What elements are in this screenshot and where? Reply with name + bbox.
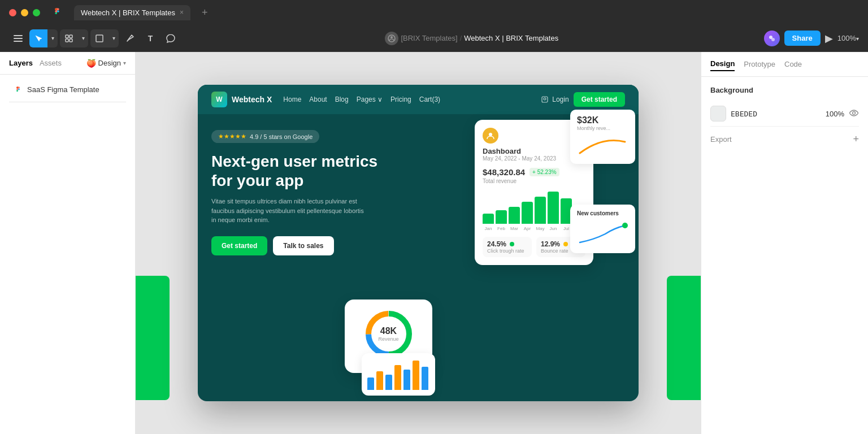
svg-rect-2: [14, 41, 23, 42]
new-tab-button[interactable]: +: [202, 7, 208, 19]
svg-point-11: [771, 38, 775, 41]
hero-subtitle: Vitae sit tempus ultrices diam nibh lect…: [211, 197, 370, 225]
bottom-bar-chart: [367, 359, 429, 390]
green-decoration-left: [136, 276, 170, 400]
right-panel-tabs: Design Prototype Code: [701, 52, 868, 77]
menu-button[interactable]: [9, 29, 27, 47]
right-panel-content: Background EBEDED 100% Export +: [701, 77, 868, 434]
select-tool-group[interactable]: ▾: [29, 29, 58, 47]
nav-cta-button[interactable]: Get started: [574, 92, 625, 107]
canvas[interactable]: W Webtech X Home About Blog Pages ∨ Pric…: [136, 52, 701, 434]
text-tool[interactable]: T: [141, 29, 159, 47]
new-customers-card: New customers: [570, 205, 635, 253]
new-customers-title: New customers: [577, 210, 628, 216]
hero-talk-button[interactable]: Talk to sales: [273, 236, 333, 255]
tab-close-icon[interactable]: ×: [180, 8, 184, 16]
revenue-badge: + 52.23%: [530, 168, 559, 176]
shape-tool-group[interactable]: ▾: [90, 29, 119, 47]
color-value[interactable]: EBEDED: [731, 110, 821, 118]
design-tab[interactable]: Design: [710, 57, 735, 71]
assets-tab[interactable]: Assets: [40, 57, 62, 70]
svg-rect-6: [70, 39, 72, 42]
website-preview: W Webtech X Home About Blog Pages ∨ Pric…: [198, 85, 639, 401]
browser-tab[interactable]: Webtech X | BRIX Templates ×: [74, 5, 190, 20]
minimize-button[interactable]: [21, 9, 28, 16]
panel-divider: [9, 102, 126, 102]
frame-tool[interactable]: [60, 29, 78, 47]
svg-rect-5: [66, 39, 68, 42]
zoom-control[interactable]: 100%▾: [837, 34, 859, 42]
nav-home[interactable]: Home: [283, 96, 301, 103]
panel-tabs: Layers Assets 🍑 Design ▾: [0, 52, 135, 75]
design-emoji: 🍑: [86, 59, 96, 68]
toolbar: ▾ ▾ ▾ T: [0, 25, 868, 52]
frame-tool-group[interactable]: ▾: [60, 29, 88, 47]
color-swatch[interactable]: [710, 106, 726, 121]
main-layout: Layers Assets 🍑 Design ▾: [0, 52, 868, 434]
right-panel: Design Prototype Code Background EBEDED …: [701, 52, 868, 434]
logo-icon: W: [211, 92, 227, 107]
preview-logo: W Webtech X: [211, 92, 272, 107]
svg-point-20: [622, 223, 628, 228]
stat1-value: 24.5%: [487, 240, 506, 248]
code-tab[interactable]: Code: [784, 58, 802, 71]
opacity-value[interactable]: 100%: [826, 110, 844, 118]
toolbar-center: [BRIX Templates] / Webtech X | BRIX Temp…: [182, 32, 762, 45]
nav-blog[interactable]: Blog: [335, 96, 349, 103]
hero-get-started-button[interactable]: Get started: [211, 236, 267, 255]
breadcrumb-file[interactable]: Webtech X | BRIX Templates: [464, 34, 558, 42]
shape-tool[interactable]: [90, 29, 108, 47]
close-button[interactable]: [9, 9, 16, 16]
svg-rect-4: [70, 35, 72, 38]
play-button[interactable]: ▶: [825, 32, 833, 45]
mini-revenue-sub: Monthly reve...: [577, 125, 628, 131]
dash-revenue: $48,320.84: [483, 167, 525, 177]
comment-tool[interactable]: [162, 29, 180, 47]
select-dropdown[interactable]: ▾: [47, 29, 58, 47]
export-row[interactable]: Export +: [710, 127, 859, 152]
donut-sub: Revenue: [378, 336, 398, 342]
stat2-value: 12.9%: [541, 240, 560, 248]
maximize-button[interactable]: [33, 9, 40, 16]
svg-point-9: [390, 36, 393, 38]
nav-pricing[interactable]: Pricing: [390, 96, 411, 103]
breadcrumb-team: [BRIX Templates]: [401, 34, 457, 42]
layer-item[interactable]: SaaS Figma Template: [9, 81, 126, 97]
hero-title: Next-gen user metrics for your app: [211, 152, 392, 190]
nav-links: Home About Blog Pages ∨ Pricing Cart(3): [283, 96, 530, 103]
background-section-title: Background: [710, 86, 859, 94]
hero-buttons: Get started Talk to sales: [211, 236, 392, 255]
nav-about[interactable]: About: [309, 96, 327, 103]
nav-pages[interactable]: Pages ∨: [357, 96, 383, 103]
traffic-lights: [9, 9, 40, 16]
share-button[interactable]: Share: [784, 31, 821, 46]
nav-cart[interactable]: Cart(3): [419, 96, 440, 103]
visibility-toggle[interactable]: [849, 109, 859, 118]
figma-icon: [51, 6, 63, 19]
prototype-tab[interactable]: Prototype: [744, 58, 775, 71]
tab-title: Webtech X | BRIX Templates: [81, 8, 175, 17]
orange-arc-chart: [577, 133, 628, 156]
stat-card-1: 24.5% Click trough rate: [483, 237, 532, 257]
bottom-bar-chart-card: [362, 353, 435, 396]
donut-value: 48K: [378, 326, 398, 336]
svg-point-13: [544, 98, 546, 100]
breadcrumb-separator: /: [460, 34, 462, 42]
layers-tab[interactable]: Layers: [9, 57, 33, 70]
pen-tool[interactable]: [121, 29, 139, 47]
background-row: EBEDED 100%: [710, 101, 859, 127]
select-tool[interactable]: [29, 29, 47, 47]
svg-rect-1: [14, 38, 23, 39]
design-tab-badge[interactable]: 🍑 Design ▾: [86, 59, 126, 68]
frame-dropdown[interactable]: ▾: [78, 29, 88, 47]
shape-dropdown[interactable]: ▾: [108, 29, 119, 47]
mini-revenue-card: $32K Monthly reve...: [570, 110, 635, 164]
panel-content: SaaS Figma Template: [0, 75, 135, 434]
export-add-icon[interactable]: +: [853, 133, 859, 145]
svg-rect-7: [96, 35, 103, 42]
mini-revenue-value: $32K: [577, 115, 628, 125]
layer-figma-icon: [14, 85, 23, 94]
nav-login[interactable]: Login: [541, 96, 568, 103]
left-panel: Layers Assets 🍑 Design ▾: [0, 52, 136, 434]
svg-rect-3: [66, 35, 68, 38]
